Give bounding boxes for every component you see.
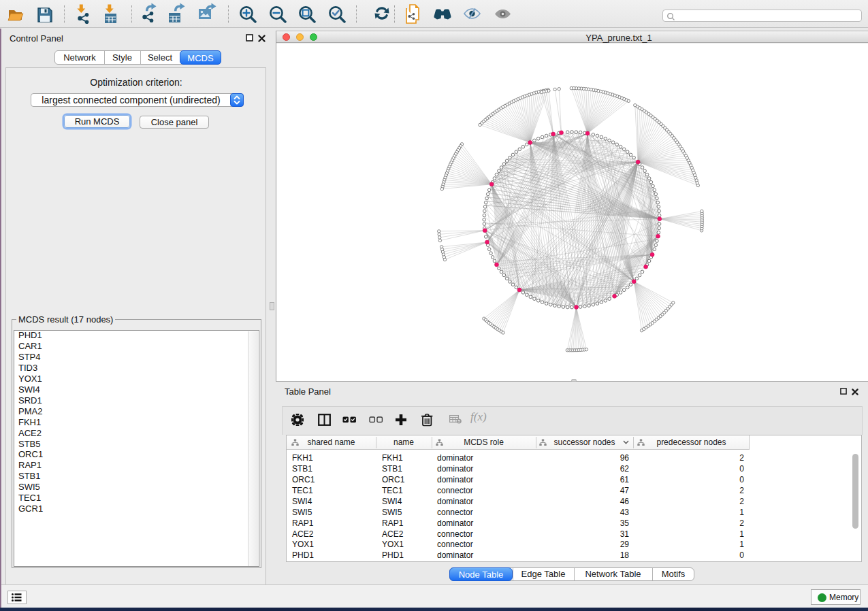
svg-text:f(x): f(x) [470,410,487,423]
